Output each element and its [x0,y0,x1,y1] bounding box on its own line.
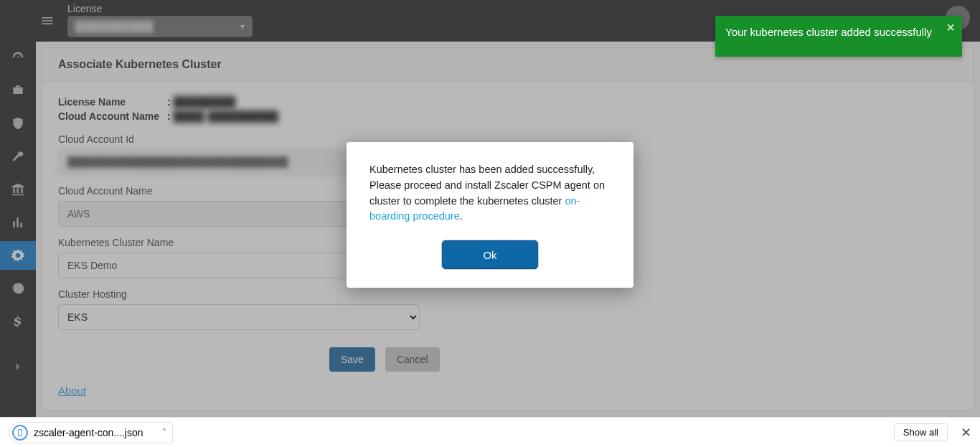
show-all-button[interactable]: Show all [894,423,948,441]
download-filename: zscaler-agent-con....json [34,427,143,438]
download-chip[interactable]: zscaler-agent-con....json ˄ [9,422,173,443]
toast-close-button[interactable]: × [946,20,955,34]
success-modal: Kubernetes cluster has been added succes… [347,142,633,288]
document-icon [16,428,24,437]
success-toast: Your kubernetes cluster added successful… [715,16,962,57]
modal-ok-button[interactable]: Ok [442,240,538,269]
download-bar: zscaler-agent-con....json ˄ Show all ✕ [0,417,980,447]
download-bar-close-button[interactable]: ✕ [961,425,971,441]
file-icon [12,425,28,441]
modal-message: Kubernetes cluster has been added succes… [369,162,611,225]
download-bar-right: Show all ✕ [894,423,971,441]
chevron-up-icon: ˄ [162,428,166,438]
toast-message: Your kubernetes cluster added successful… [725,26,932,38]
